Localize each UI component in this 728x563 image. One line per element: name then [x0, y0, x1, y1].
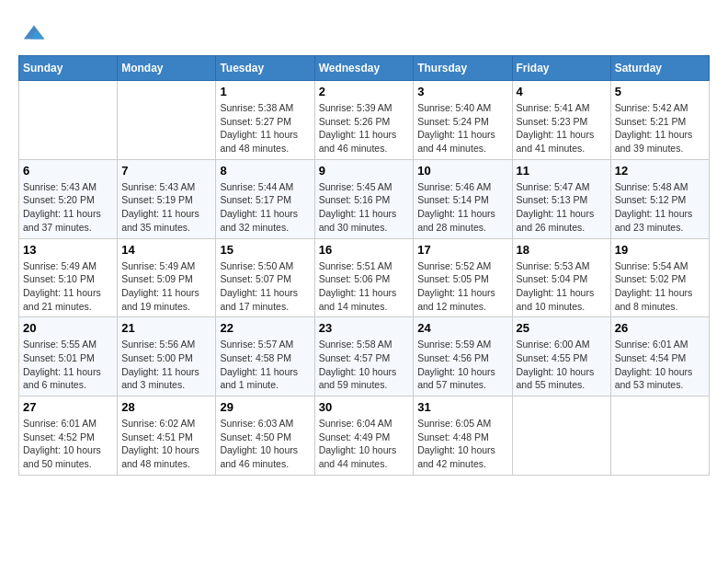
day-info: Sunrise: 5:42 AMSunset: 5:21 PMDaylight:…: [615, 101, 705, 155]
day-number: 7: [121, 164, 211, 178]
calendar-cell: [610, 396, 709, 476]
day-number: 8: [220, 164, 310, 178]
calendar-cell: 13Sunrise: 5:49 AMSunset: 5:10 PMDayligh…: [19, 238, 118, 317]
week-row-2: 6Sunrise: 5:43 AMSunset: 5:20 PMDaylight…: [19, 159, 710, 238]
day-number: 3: [417, 85, 507, 98]
day-info: Sunrise: 6:01 AMSunset: 4:54 PMDaylight:…: [615, 338, 705, 392]
calendar-cell: 22Sunrise: 5:57 AMSunset: 4:58 PMDayligh…: [216, 317, 314, 396]
calendar-cell: 23Sunrise: 5:58 AMSunset: 4:57 PMDayligh…: [314, 317, 414, 396]
header-cell-friday: Friday: [512, 56, 610, 81]
day-number: 17: [417, 243, 507, 257]
calendar-cell: 9Sunrise: 5:45 AMSunset: 5:16 PMDaylight…: [314, 159, 414, 238]
calendar-cell: 1Sunrise: 5:38 AMSunset: 5:27 PMDaylight…: [216, 81, 314, 160]
day-info: Sunrise: 5:56 AMSunset: 5:00 PMDaylight:…: [121, 338, 211, 392]
day-info: Sunrise: 6:01 AMSunset: 4:52 PMDaylight:…: [23, 417, 113, 471]
day-info: Sunrise: 5:54 AMSunset: 5:02 PMDaylight:…: [615, 259, 705, 314]
day-number: 10: [417, 164, 507, 178]
calendar-cell: 6Sunrise: 5:43 AMSunset: 5:20 PMDaylight…: [19, 159, 118, 238]
day-info: Sunrise: 5:44 AMSunset: 5:17 PMDaylight:…: [220, 180, 310, 235]
day-info: Sunrise: 6:00 AMSunset: 4:55 PMDaylight:…: [517, 338, 607, 392]
day-number: 31: [417, 400, 507, 414]
day-number: 19: [615, 243, 705, 257]
page-header: [18, 18, 710, 46]
day-number: 15: [220, 243, 310, 257]
day-info: Sunrise: 6:04 AMSunset: 4:49 PMDaylight:…: [319, 417, 410, 471]
day-info: Sunrise: 6:03 AMSunset: 4:50 PMDaylight:…: [220, 417, 310, 471]
day-info: Sunrise: 5:59 AMSunset: 4:56 PMDaylight:…: [417, 338, 507, 392]
calendar-cell: 10Sunrise: 5:46 AMSunset: 5:14 PMDayligh…: [414, 159, 512, 238]
day-number: 25: [517, 321, 607, 335]
day-info: Sunrise: 5:38 AMSunset: 5:27 PMDaylight:…: [220, 101, 310, 155]
calendar-table: SundayMondayTuesdayWednesdayThursdayFrid…: [18, 55, 710, 476]
logo-icon: [20, 18, 48, 46]
header-row: SundayMondayTuesdayWednesdayThursdayFrid…: [19, 56, 710, 81]
day-number: 11: [517, 164, 607, 178]
calendar-cell: 11Sunrise: 5:47 AMSunset: 5:13 PMDayligh…: [512, 159, 610, 238]
day-number: 28: [121, 400, 211, 414]
calendar-cell: 28Sunrise: 6:02 AMSunset: 4:51 PMDayligh…: [118, 396, 216, 476]
calendar-cell: 20Sunrise: 5:55 AMSunset: 5:01 PMDayligh…: [19, 317, 118, 396]
calendar-cell: 7Sunrise: 5:43 AMSunset: 5:19 PMDaylight…: [118, 159, 216, 238]
day-info: Sunrise: 5:57 AMSunset: 4:58 PMDaylight:…: [220, 338, 310, 392]
calendar-cell: 18Sunrise: 5:53 AMSunset: 5:04 PMDayligh…: [512, 238, 610, 317]
calendar-cell: 30Sunrise: 6:04 AMSunset: 4:49 PMDayligh…: [314, 396, 414, 476]
day-info: Sunrise: 5:55 AMSunset: 5:01 PMDaylight:…: [23, 338, 113, 392]
day-number: 18: [517, 243, 607, 257]
day-info: Sunrise: 5:50 AMSunset: 5:07 PMDaylight:…: [220, 259, 310, 314]
day-info: Sunrise: 5:51 AMSunset: 5:06 PMDaylight:…: [319, 259, 410, 314]
calendar-cell: 29Sunrise: 6:03 AMSunset: 4:50 PMDayligh…: [216, 396, 314, 476]
day-info: Sunrise: 5:58 AMSunset: 4:57 PMDaylight:…: [319, 338, 410, 392]
day-number: 24: [417, 321, 507, 335]
day-info: Sunrise: 5:45 AMSunset: 5:16 PMDaylight:…: [319, 180, 410, 235]
day-number: 23: [319, 321, 410, 335]
logo: [18, 18, 48, 46]
week-row-4: 20Sunrise: 5:55 AMSunset: 5:01 PMDayligh…: [19, 317, 710, 396]
week-row-5: 27Sunrise: 6:01 AMSunset: 4:52 PMDayligh…: [19, 396, 710, 476]
day-info: Sunrise: 5:48 AMSunset: 5:12 PMDaylight:…: [615, 180, 705, 235]
day-number: 16: [319, 243, 410, 257]
day-info: Sunrise: 6:02 AMSunset: 4:51 PMDaylight:…: [121, 417, 211, 471]
day-info: Sunrise: 6:05 AMSunset: 4:48 PMDaylight:…: [417, 417, 507, 471]
calendar-cell: 16Sunrise: 5:51 AMSunset: 5:06 PMDayligh…: [314, 238, 414, 317]
calendar-cell: 27Sunrise: 6:01 AMSunset: 4:52 PMDayligh…: [19, 396, 118, 476]
calendar-cell: 17Sunrise: 5:52 AMSunset: 5:05 PMDayligh…: [414, 238, 512, 317]
header-cell-thursday: Thursday: [414, 56, 512, 81]
day-number: 21: [121, 321, 211, 335]
day-number: 29: [220, 400, 310, 414]
calendar-cell: 19Sunrise: 5:54 AMSunset: 5:02 PMDayligh…: [610, 238, 709, 317]
calendar-cell: 14Sunrise: 5:49 AMSunset: 5:09 PMDayligh…: [118, 238, 216, 317]
day-info: Sunrise: 5:46 AMSunset: 5:14 PMDaylight:…: [417, 180, 507, 235]
day-number: 30: [319, 400, 410, 414]
day-number: 22: [220, 321, 310, 335]
day-info: Sunrise: 5:49 AMSunset: 5:09 PMDaylight:…: [121, 259, 211, 314]
day-number: 26: [615, 321, 705, 335]
week-row-3: 13Sunrise: 5:49 AMSunset: 5:10 PMDayligh…: [19, 238, 710, 317]
day-info: Sunrise: 5:47 AMSunset: 5:13 PMDaylight:…: [517, 180, 607, 235]
day-number: 9: [319, 164, 410, 178]
day-number: 4: [517, 85, 607, 98]
day-number: 6: [23, 164, 113, 178]
calendar-cell: [512, 396, 610, 476]
calendar-cell: 5Sunrise: 5:42 AMSunset: 5:21 PMDaylight…: [610, 81, 709, 160]
day-number: 1: [220, 85, 310, 98]
day-info: Sunrise: 5:41 AMSunset: 5:23 PMDaylight:…: [517, 101, 607, 155]
header-cell-saturday: Saturday: [610, 56, 709, 81]
calendar-cell: 3Sunrise: 5:40 AMSunset: 5:24 PMDaylight…: [414, 81, 512, 160]
calendar-cell: 15Sunrise: 5:50 AMSunset: 5:07 PMDayligh…: [216, 238, 314, 317]
day-info: Sunrise: 5:49 AMSunset: 5:10 PMDaylight:…: [23, 259, 113, 314]
calendar-cell: 12Sunrise: 5:48 AMSunset: 5:12 PMDayligh…: [610, 159, 709, 238]
calendar-cell: 26Sunrise: 6:01 AMSunset: 4:54 PMDayligh…: [610, 317, 709, 396]
day-info: Sunrise: 5:40 AMSunset: 5:24 PMDaylight:…: [417, 101, 507, 155]
day-number: 12: [615, 164, 705, 178]
calendar-cell: 31Sunrise: 6:05 AMSunset: 4:48 PMDayligh…: [414, 396, 512, 476]
week-row-1: 1Sunrise: 5:38 AMSunset: 5:27 PMDaylight…: [19, 81, 710, 160]
day-number: 2: [319, 85, 410, 98]
day-number: 5: [615, 85, 705, 98]
day-info: Sunrise: 5:52 AMSunset: 5:05 PMDaylight:…: [417, 259, 507, 314]
header-cell-tuesday: Tuesday: [216, 56, 314, 81]
calendar-cell: 25Sunrise: 6:00 AMSunset: 4:55 PMDayligh…: [512, 317, 610, 396]
calendar-cell: [118, 81, 216, 160]
header-cell-monday: Monday: [118, 56, 216, 81]
header-cell-wednesday: Wednesday: [314, 56, 414, 81]
day-info: Sunrise: 5:43 AMSunset: 5:20 PMDaylight:…: [23, 180, 113, 235]
